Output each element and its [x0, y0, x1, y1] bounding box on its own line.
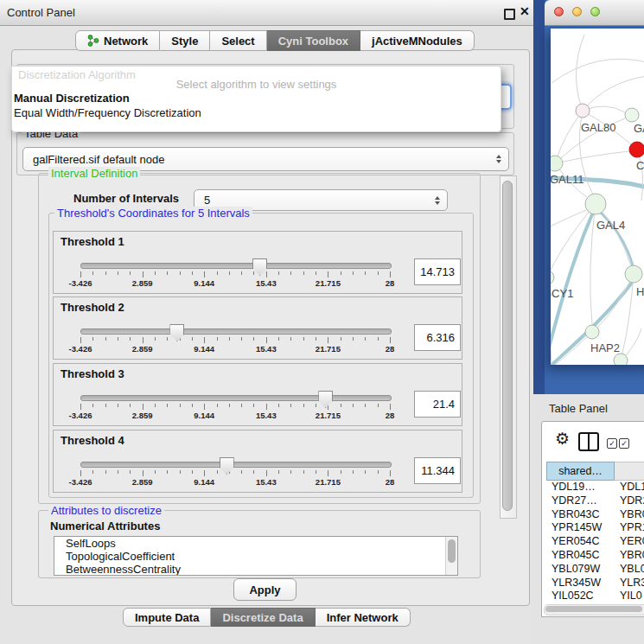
network-node-hap2[interactable] — [585, 325, 599, 339]
network-node[interactable] — [614, 354, 628, 365]
scrollbar-thumb[interactable] — [502, 181, 513, 511]
table-row[interactable]: YBL079WYBL0 — [546, 563, 644, 577]
column-header-name[interactable]: na — [615, 462, 644, 481]
node-label: GAL11 — [551, 173, 584, 186]
tick-mark — [316, 271, 316, 275]
network-node-gcy1[interactable] — [551, 271, 554, 284]
slider-track[interactable] — [80, 395, 392, 401]
tick-mark — [229, 404, 230, 407]
attribute-list-item[interactable]: TopologicalCoefficient — [54, 550, 457, 563]
gear-icon[interactable]: ⚙ — [555, 429, 570, 449]
network-node-gal11[interactable] — [551, 156, 563, 171]
tick-mark — [192, 271, 193, 275]
threshold-value-field[interactable]: 6.316 — [414, 324, 461, 351]
tab-discretize-data[interactable]: Discretize Data — [211, 608, 315, 627]
numerical-attributes-label: Numerical Attributes — [50, 520, 160, 532]
table-panel-title: Table Panel — [549, 402, 608, 415]
network-edge[interactable] — [576, 35, 584, 111]
network-edge[interactable] — [558, 111, 583, 156]
slider-track[interactable] — [80, 328, 392, 335]
axis-tick-label: 28 — [386, 344, 395, 354]
tick-mark — [118, 470, 118, 474]
tick-mark — [390, 271, 391, 277]
apply-button[interactable]: Apply — [233, 578, 296, 601]
table-row[interactable]: YIL052CYIL0 — [546, 590, 644, 603]
table-row[interactable]: YPR145WYPR1 — [546, 521, 644, 535]
slider-track[interactable] — [80, 263, 392, 269]
checkbox-icon[interactable]: ✓ — [607, 438, 617, 449]
tick-mark — [241, 470, 242, 474]
num-intervals-value: 5 — [194, 194, 435, 207]
network-window-titlebar[interactable] — [545, 0, 644, 26]
network-edge[interactable] — [551, 210, 586, 226]
table-row[interactable]: YDL19…YDL1 — [546, 481, 644, 494]
tick-mark — [390, 337, 391, 343]
network-canvas[interactable]: GAL80GACGAL11GAL4GCY1HHAP2 — [551, 29, 644, 365]
attribute-list-item[interactable]: SelfLoops — [54, 537, 457, 550]
table-horizontal-scrollbar[interactable] — [544, 604, 644, 615]
column-header-shared-name[interactable]: shared… — [546, 462, 615, 481]
tick-mark — [390, 470, 391, 476]
node-label: GA — [634, 122, 644, 135]
attribute-list-item[interactable]: BetweennessCentrality — [54, 563, 457, 576]
algorithm-option[interactable]: Equal Width/Frequency Discretization — [14, 106, 201, 120]
table-row[interactable]: YLR345WYLR3 — [546, 577, 644, 590]
panel-scrollbar[interactable] — [500, 175, 517, 519]
tick-mark — [167, 337, 168, 341]
axis-tick-label: -3.426 — [69, 411, 92, 420]
threshold-value-field[interactable]: 21.4 — [414, 391, 461, 418]
tick-mark — [92, 337, 93, 341]
network-edge[interactable] — [590, 204, 596, 325]
cell-name: YBL0 — [613, 563, 644, 577]
table-row[interactable]: YER054CYER0 — [546, 535, 644, 549]
minimize-traffic-light[interactable] — [572, 7, 582, 16]
network-node-gal80[interactable] — [576, 104, 590, 118]
close-traffic-light[interactable] — [554, 7, 564, 16]
float-window-icon[interactable] — [504, 9, 515, 20]
network-node-c[interactable] — [629, 142, 644, 157]
tick-mark — [143, 404, 143, 410]
threshold-value-field[interactable]: 11.344 — [414, 457, 461, 484]
tab-jactivemnodules[interactable]: jActiveMNodules — [360, 30, 475, 51]
network-edge[interactable] — [583, 76, 644, 111]
slider-thumb[interactable] — [220, 457, 234, 475]
tick-mark — [290, 404, 291, 407]
threshold-value-field[interactable]: 14.713 — [414, 258, 461, 285]
network-node-ga[interactable] — [625, 108, 639, 122]
checkbox-icon[interactable]: ✓ — [619, 438, 629, 449]
tab-impute-data[interactable]: Impute Data — [123, 608, 211, 627]
scrollbar-thumb[interactable] — [545, 606, 642, 612]
tick-mark — [241, 271, 242, 275]
algorithm-option[interactable]: Manual Discretization — [14, 92, 130, 105]
table-row[interactable]: YBR043CYBR0 — [546, 508, 644, 522]
zoom-traffic-light[interactable] — [590, 7, 600, 16]
cell-name: YIL0 — [613, 590, 642, 603]
tick-mark — [217, 271, 218, 275]
tab-network[interactable]: Network — [75, 30, 160, 51]
slider-thumb[interactable] — [318, 391, 333, 408]
slider-thumb[interactable] — [252, 258, 267, 276]
network-edge[interactable] — [555, 332, 592, 365]
table-row[interactable]: YDR27…YDR2 — [546, 494, 644, 508]
tab-style[interactable]: Style — [160, 30, 210, 51]
axis-tick-label: -3.426 — [69, 278, 92, 288]
split-columns-icon[interactable] — [578, 432, 599, 451]
tick-mark — [217, 337, 218, 341]
tick-mark — [241, 337, 242, 341]
tab-infer-network[interactable]: Infer Network — [316, 608, 411, 627]
tick-mark — [143, 337, 143, 343]
numerical-attributes-list[interactable]: SelfLoopsTopologicalCoefficientBetweenne… — [54, 536, 458, 576]
list-scrollbar[interactable] — [445, 537, 457, 575]
threshold-panel: Threshold 3-3.4262.8599.14415.4321.71528… — [53, 363, 462, 426]
slider-thumb[interactable] — [169, 324, 184, 341]
tick-mark — [278, 271, 279, 275]
network-node-h[interactable] — [625, 265, 642, 283]
tab-cyni-toolbox[interactable]: Cyni Toolbox — [267, 30, 360, 51]
network-node-gal4[interactable] — [585, 194, 606, 214]
tick-mark — [303, 404, 304, 407]
tab-label: Network — [104, 35, 148, 48]
tab-select[interactable]: Select — [210, 30, 266, 51]
slider-track[interactable] — [80, 462, 392, 468]
table-row[interactable]: YBR045CYBR0 — [546, 549, 644, 563]
close-icon[interactable]: ✕ — [520, 4, 530, 18]
